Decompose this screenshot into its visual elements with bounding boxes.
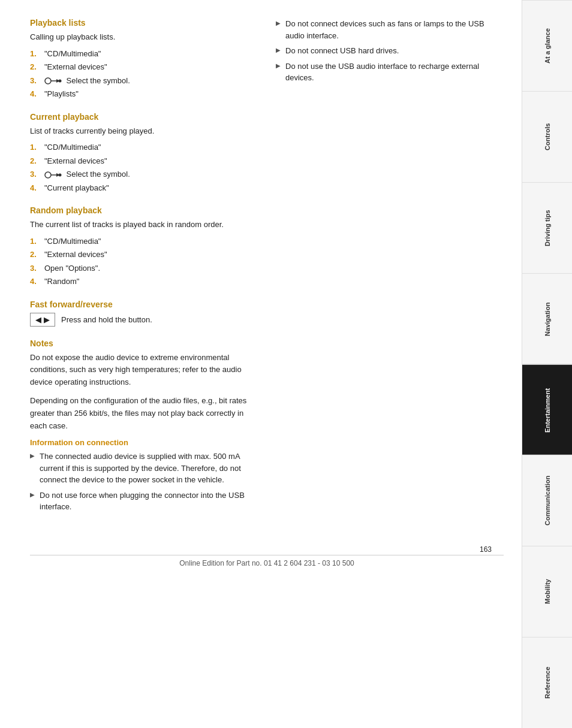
sidebar: At a glance Controls Driving tips Naviga… — [522, 0, 572, 728]
list-item: 2. "External devices" — [30, 61, 258, 73]
sidebar-tab-controls[interactable]: Controls — [522, 91, 572, 182]
sidebar-tab-entertainment[interactable]: Entertainment — [522, 364, 572, 455]
section-title-fast-forward: Fast forward/reverse — [30, 300, 258, 309]
list-item: 4. "Current playback" — [30, 182, 258, 194]
list-item: ▶ Do not use the USB audio interface to … — [276, 61, 504, 84]
bullet-arrow-icon: ▶ — [276, 61, 281, 70]
section-title-random-playback: Random playback — [30, 206, 258, 215]
section-title-playback-lists: Playback lists — [30, 18, 258, 28]
fast-forward-row: ◀ ▶ Press and hold the button. — [30, 313, 258, 327]
svg-point-0 — [45, 78, 51, 84]
sidebar-tab-communication[interactable]: Communication — [522, 455, 572, 546]
section-title-current-playback: Current playback — [30, 112, 258, 122]
list-item: 1. "CD/Multimedia" — [30, 48, 258, 60]
list-item: 2. "External devices" — [30, 249, 258, 261]
list-item: ▶ The connected audio device is supplied… — [30, 451, 258, 486]
notes-para-2: Depending on the configuration of the au… — [30, 395, 258, 432]
right-col-bullets: ▶ Do not connect devices such as fans or… — [276, 18, 504, 84]
symbol-icon — [44, 170, 62, 180]
list-item: ▶ Do not connect devices such as fans or… — [276, 18, 504, 41]
section-title-notes: Notes — [30, 339, 258, 348]
bullet-arrow-icon: ▶ — [30, 490, 35, 499]
list-item: 4. "Playlists" — [30, 88, 258, 100]
notes-para-1: Do not expose the audio device to extrem… — [30, 352, 258, 389]
list-item: 1. "CD/Multimedia" — [30, 235, 258, 247]
ff-button: ◀ ▶ — [30, 313, 55, 327]
svg-point-4 — [45, 172, 51, 178]
playback-lists-steps: 1. "CD/Multimedia" 2. "External devices"… — [30, 48, 258, 100]
left-column: Playback lists Calling up playback lists… — [30, 12, 258, 521]
random-playback-steps: 1. "CD/Multimedia" 2. "External devices"… — [30, 235, 258, 288]
list-item: 3. Open "Options". — [30, 262, 258, 274]
page-number: 163 — [30, 545, 504, 554]
list-item: 3. Select the symbol. — [30, 75, 258, 87]
list-item: 1. "CD/Multimedia" — [30, 141, 258, 153]
sidebar-tab-reference[interactable]: Reference — [522, 637, 572, 728]
list-item: 4. "Random" — [30, 276, 258, 288]
bullet-arrow-icon: ▶ — [276, 19, 281, 28]
info-connection-title: Information on connection — [30, 438, 258, 447]
svg-point-3 — [59, 80, 62, 83]
bullet-arrow-icon: ▶ — [276, 46, 281, 55]
info-connection-bullets: ▶ The connected audio device is supplied… — [30, 451, 258, 513]
footer-online-edition: Online Edition for Part no. 01 41 2 604 … — [30, 555, 504, 567]
forward-icon: ▶ — [44, 315, 50, 324]
sidebar-tab-mobility[interactable]: Mobility — [522, 546, 572, 637]
playback-lists-desc: Calling up playback lists. — [30, 31, 258, 43]
list-item: ▶ Do not use force when plugging the con… — [30, 490, 258, 513]
random-playback-desc: The current list of tracks is played bac… — [30, 219, 258, 231]
right-column: ▶ Do not connect devices such as fans or… — [276, 12, 504, 521]
list-item: 2. "External devices" — [30, 155, 258, 167]
current-playback-desc: List of tracks currently being played. — [30, 125, 258, 137]
svg-point-7 — [59, 173, 62, 176]
sidebar-tab-navigation[interactable]: Navigation — [522, 273, 572, 364]
rewind-icon: ◀ — [35, 315, 41, 324]
ff-desc: Press and hold the button. — [61, 315, 152, 324]
sidebar-tab-at-a-glance[interactable]: At a glance — [522, 0, 572, 91]
current-playback-steps: 1. "CD/Multimedia" 2. "External devices"… — [30, 141, 258, 194]
sidebar-tab-driving-tips[interactable]: Driving tips — [522, 182, 572, 273]
list-item: 3. Select the symbol. — [30, 168, 258, 180]
symbol-icon — [44, 75, 62, 86]
list-item: ▶ Do not connect USB hard drives. — [276, 45, 504, 57]
bullet-arrow-icon: ▶ — [30, 451, 35, 460]
